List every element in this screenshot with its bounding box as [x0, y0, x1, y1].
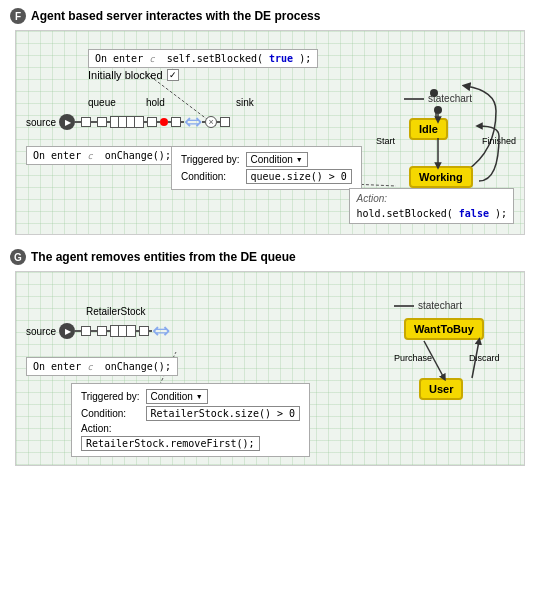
condition-value-f: queue.size() > 0 [243, 168, 355, 185]
condition-row-f: Condition: queue.size() > 0 [178, 168, 355, 185]
action-code-g [143, 422, 304, 435]
condition-label-g: Condition: [78, 405, 143, 422]
double-arrow-g: ⇔ [152, 320, 170, 342]
statechart-line-g [394, 305, 414, 307]
trigger-panel-f: Triggered by: Condition Condition: queue… [171, 146, 362, 190]
initially-blocked-row: Initially blocked ✓ [88, 69, 179, 81]
svg-line-8 [472, 341, 479, 378]
trigger-row-f: Triggered by: Condition [178, 151, 355, 168]
play-node-g [59, 323, 75, 339]
c-label-f2: c [87, 151, 92, 161]
statechart-line [404, 98, 424, 100]
condition-label-f: Condition: [178, 168, 243, 185]
retailer-stock-label: RetailerStock [86, 306, 145, 317]
play-node-f [59, 114, 75, 130]
node-rect-g3 [139, 326, 149, 336]
diagram-g: source RetailerStock ⇔ [15, 271, 525, 466]
section-f-title-text: Agent based server interactes with the D… [31, 9, 320, 23]
action-panel-f: Action: hold.setBlocked( false ); [349, 188, 514, 224]
node-rect-g1 [81, 326, 91, 336]
diagram-f: On enter c self.setBlocked( true ); Init… [15, 30, 525, 235]
queue-node-f [110, 116, 144, 128]
statechart-label-f: statechart [428, 93, 472, 104]
on-enter-block-g: On enter c onChange(); [26, 357, 178, 376]
on-enter-label: On enter [95, 53, 143, 64]
action-label-f: Action: [356, 193, 507, 204]
section-g-title: G The agent removes entities from the DE… [10, 249, 530, 265]
c-label-f: c [149, 54, 154, 64]
initially-blocked-checkbox[interactable]: ✓ [167, 69, 179, 81]
source-label-f: source [26, 117, 56, 128]
node-rect-2 [97, 117, 107, 127]
triggered-by-value-f: Condition [243, 151, 355, 168]
condition-input-f[interactable]: queue.size() > 0 [246, 169, 352, 184]
on-enter-label-f2: On enter [33, 150, 81, 161]
triggered-by-value-g: Condition [143, 388, 304, 405]
on-enter-code-f: onChange(); [105, 150, 171, 161]
sink-label-f: sink [236, 97, 254, 108]
start-label-f: Start [376, 136, 395, 146]
node-rect-5 [220, 117, 230, 127]
section-f-title: F Agent based server interactes with the… [10, 8, 530, 24]
triggered-by-label-f: Triggered by: [178, 151, 243, 168]
section-g-title-text: The agent removes entities from the DE q… [31, 250, 296, 264]
section-g-badge: G [10, 249, 26, 265]
trigger-row-g: Triggered by: Condition [78, 388, 303, 405]
node-rect-4 [171, 117, 181, 127]
code-box-f: On enter c self.setBlocked( true ); [88, 49, 318, 68]
node-rect-3 [147, 117, 157, 127]
c-label-g: c [87, 362, 92, 372]
action-input-g[interactable]: RetailerStock.removeFirst(); [81, 436, 260, 451]
condition-value-g: RetailerStock.size() > 0 [143, 405, 304, 422]
source-label-g: source [26, 326, 56, 337]
svg-line-7 [424, 341, 444, 378]
action-code-f: hold.setBlocked( false ); [356, 208, 507, 219]
condition-input-g[interactable]: RetailerStock.size() > 0 [146, 406, 301, 421]
double-arrow-f: ⇔ [184, 111, 202, 133]
on-enter-label-g: On enter [33, 361, 81, 372]
node-rect-g2 [97, 326, 107, 336]
red-dot-f [160, 118, 168, 126]
statechart-arrows-g [394, 313, 514, 443]
action-code-full-g: RetailerStock.removeFirst(); [78, 435, 303, 452]
initially-blocked-label: Initially blocked [88, 69, 163, 81]
statechart-section-g: statechart WantToBuy User Purchase Disca… [394, 300, 514, 443]
queue-node-g [110, 325, 136, 337]
node-cross-f: × [205, 116, 217, 128]
condition-row-g: Condition: RetailerStock.size() > 0 [78, 405, 303, 422]
node-rect-1 [81, 117, 91, 127]
on-enter-code-g: onChange(); [105, 361, 171, 372]
action-row-g: Action: [78, 422, 303, 435]
on-enter-block-f: On enter c onChange(); [26, 146, 178, 165]
section-f-badge: F [10, 8, 26, 24]
action-code-row-g: RetailerStock.removeFirst(); [78, 435, 303, 452]
condition-dropdown-g[interactable]: Condition [146, 389, 208, 404]
flow-row-f: source queue hold [26, 111, 230, 133]
section-f: F Agent based server interactes with the… [0, 0, 540, 241]
action-label-g: Action: [78, 422, 143, 435]
triggered-by-label-g: Triggered by: [78, 388, 143, 405]
section-g: G The agent removes entities from the DE… [0, 241, 540, 472]
statechart-diagram-g: WantToBuy User Purchase Discard [394, 313, 514, 443]
trigger-table-g: Triggered by: Condition Condition: Retai… [78, 388, 303, 452]
flow-row-g: source RetailerStock ⇔ [26, 320, 170, 342]
queue-label-f: queue [88, 97, 116, 108]
condition-dropdown-f[interactable]: Condition [246, 152, 308, 167]
code-f-text: self.setBlocked( true ); [167, 53, 312, 64]
statechart-label-g: statechart [418, 300, 462, 311]
hold-label-f: hold [146, 97, 165, 108]
trigger-panel-g: Triggered by: Condition Condition: Retai… [71, 383, 310, 457]
trigger-table-f: Triggered by: Condition Condition: queue… [178, 151, 355, 185]
